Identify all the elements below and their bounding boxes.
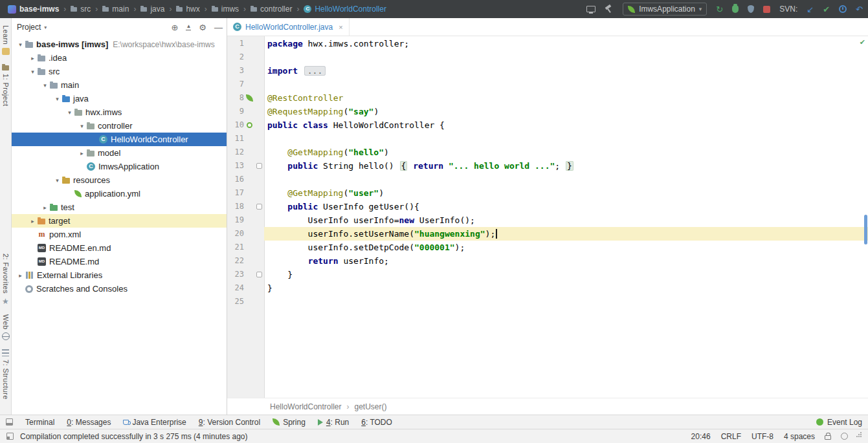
update-icon[interactable]: ↙ [807,5,814,14]
code-line[interactable]: 12 @GetMapping("hello") [227,146,868,159]
tree-item[interactable]: application.yml [12,187,227,200]
toolwindow-button-spring[interactable]: Spring [273,418,306,427]
code-line[interactable]: 1package hwx.imws.controller; [227,37,868,50]
breadcrumb-item[interactable]: HelloWorldController [301,5,388,14]
code-line[interactable]: 20 userInfo.setUserName("huangwenxing"); [227,227,868,241]
tree-item[interactable]: ▸External Libraries [12,268,227,282]
code-line[interactable]: 25 [227,295,868,308]
tree-item[interactable]: README.en.md [12,241,227,255]
chevron-expanded-icon[interactable]: ▾ [52,96,62,102]
breadcrumb-item[interactable]: java [138,5,167,14]
code-line[interactable]: 17 @GetMapping("user") [227,186,868,200]
tree-item[interactable]: README.md [12,255,227,268]
chevron-collapsed-icon[interactable]: ▸ [28,55,38,61]
tree-item[interactable]: ▸model [12,146,227,160]
statusbar-item[interactable]: 4 spaces [784,432,815,441]
statusbar-item[interactable]: 20:46 [691,432,711,441]
rollback-icon[interactable]: ↶ [856,5,863,14]
chevron-expanded-icon[interactable]: ▾ [77,123,87,129]
toolwindow-button-todo[interactable]: 6: TODO [361,418,392,427]
breadcrumb-item[interactable]: src [68,5,93,14]
breadcrumb-item[interactable]: controller [248,5,295,14]
indicator-icon[interactable] [841,433,848,440]
rerun-icon[interactable]: ↻ [716,5,723,14]
chevron-expanded-icon[interactable]: ▾ [28,69,38,75]
code-line[interactable]: 8@RestController [227,91,868,105]
toolwindow-button-run[interactable]: 4: Run [318,418,349,427]
code-line[interactable]: 19 UserInfo userInfo=new UserInfo(); [227,213,868,227]
stripe-button-2-favorites[interactable]: 2: Favorites★ [2,254,10,305]
stripe-button-web[interactable]: Web [2,314,10,341]
code-line[interactable]: 2 [227,50,868,64]
history-icon[interactable] [839,5,847,13]
debug-icon[interactable] [732,5,739,13]
chevron-collapsed-icon[interactable]: ▸ [28,218,38,224]
editor-body[interactable]: 1package hwx.imws.controller;23import ..… [227,36,868,398]
tree-item[interactable]: ▾resources [12,173,227,187]
hide-panel-icon[interactable]: ― [214,23,221,32]
breadcrumb-item[interactable]: HelloWorldController [270,402,341,411]
tree-item[interactable]: ▾controller [12,119,227,133]
code-line[interactable]: 24} [227,281,868,295]
code-line[interactable]: 7 [227,78,868,91]
chevron-collapsed-icon[interactable]: ▸ [40,204,50,211]
breadcrumb-item[interactable]: imws [209,5,241,14]
tree-item[interactable]: ▾main [12,78,227,92]
breadcrumb-item[interactable]: main [100,5,131,14]
toolwindow-button-messages[interactable]: 0: Messages [67,418,111,427]
commit-icon[interactable]: ✔ [823,5,830,14]
editor-tab[interactable]: HelloWorldController.java × [227,18,350,36]
preview-icon[interactable] [586,6,595,12]
code-line[interactable]: 3import ... [227,64,868,78]
toolwindow-button-java-enterprise[interactable]: Java Enterprise [123,418,186,427]
fold-marker[interactable] [254,200,264,213]
code-line[interactable]: 22 return userInfo; [227,254,868,268]
breadcrumb-item[interactable]: base-imws [5,5,61,14]
tree-item[interactable]: ▾hwx.imws [12,105,227,119]
statusbar-item[interactable]: UTF-8 [751,432,773,441]
tree-item[interactable]: HelloWorldController [12,133,227,146]
statusbar-item[interactable]: CRLF [721,432,741,441]
fold-marker[interactable] [254,159,264,173]
tree-item[interactable]: ▾base-imws [imws]E:\workspace\hwx\base-i… [12,38,227,51]
statusbar-toggle-icon[interactable] [6,433,14,440]
coverage-icon[interactable] [748,5,754,13]
toolwindow-button-version-control[interactable]: 9: Version Control [199,418,260,427]
stripe-button-7-structure[interactable]: 7: Structure [2,349,10,400]
chevron-expanded-icon[interactable]: ▾ [65,109,74,116]
code-line[interactable]: 13 public String hello() { return "... h… [227,159,868,173]
chevron-expanded-icon[interactable]: ▾ [40,82,50,89]
scrollbar-thumb[interactable] [864,215,867,244]
tree-item[interactable]: ImwsApplication [12,160,227,173]
tree-item[interactable]: ▸.idea [12,51,227,65]
tree-item[interactable]: ▾src [12,65,227,78]
code-line[interactable]: 9@RequestMapping("say") [227,105,868,118]
tree-item[interactable]: Scratches and Consoles [12,282,227,296]
code-line[interactable]: 21 userInfo.setDetpCode("000001"); [227,241,868,254]
toolwindow-button-terminal[interactable]: Terminal [25,418,54,427]
tree-item[interactable]: ▸test [12,200,227,214]
run-config-select[interactable]: ImwsApplication ▾ [623,3,707,16]
fold-marker[interactable] [254,268,264,281]
stripe-button-1-project[interactable]: 1: Project [2,64,10,106]
code-line[interactable]: 11 [227,132,868,146]
stop-icon[interactable] [763,6,770,13]
code-line[interactable]: 23 } [227,268,868,281]
lock-icon[interactable] [825,435,831,440]
chevron-expanded-icon[interactable]: ▾ [52,177,62,184]
chevron-collapsed-icon[interactable]: ▸ [77,150,87,157]
code-line[interactable]: 16 [227,173,868,186]
close-icon[interactable]: × [339,23,342,31]
collapse-all-icon[interactable]: ▲ [186,24,191,30]
tree-item[interactable]: ▸target [12,214,227,228]
event-log-button[interactable]: Event Log [816,418,862,427]
stripe-button-learn[interactable]: Learn [2,25,10,55]
code-line[interactable]: 10public class HelloWorldController { [227,118,868,132]
chevron-collapsed-icon[interactable]: ▸ [16,272,25,279]
code-line[interactable]: 18 public UserInfo getUser(){ [227,200,868,213]
build-icon[interactable] [605,5,614,14]
breadcrumb-item[interactable]: getUser() [354,402,386,411]
inspections-ok-icon[interactable]: ✔ [860,38,865,47]
locate-icon[interactable]: ⊕ [172,23,179,32]
breadcrumb-item[interactable]: hwx [173,5,202,14]
